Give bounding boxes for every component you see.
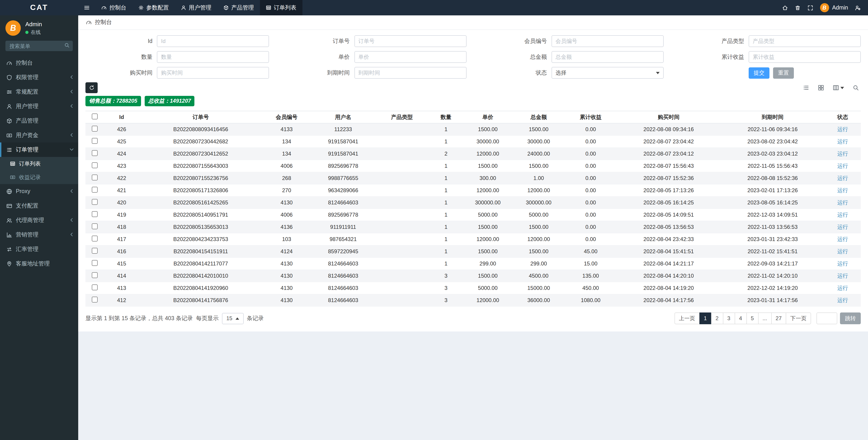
row-checkbox[interactable] [92,272,97,278]
page-ellipsis[interactable]: ... [758,313,772,324]
nav-tab-params-config[interactable]: 参数配置 [132,0,175,16]
card-view-button[interactable] [818,85,824,91]
filter-input-total-income[interactable] [749,51,861,63]
next-page-button[interactable]: 下一页 [786,313,811,324]
page-button-5[interactable]: 5 [746,313,758,324]
avatar: B [5,20,21,36]
table-row: 417B20220804234233753103987654321112000.… [86,233,861,245]
sidebar-search [5,41,73,51]
column-header-2[interactable]: 会员编号 [262,111,311,123]
sidebar-link-proxy[interactable]: Proxy [0,184,78,199]
toggle-view-button[interactable] [803,85,809,91]
sidebar-link-product-mgmt[interactable]: 产品管理 [0,114,78,128]
chevron-left-icon [69,188,74,194]
column-header-0[interactable]: Id [103,111,140,123]
filter-input-id[interactable] [157,35,269,47]
row-checkbox[interactable] [92,224,97,229]
nav-tab-console[interactable]: 控制台 [95,0,132,16]
column-header-4[interactable]: 产品类型 [375,111,429,123]
nav-tab-user-mgmt[interactable]: 用户管理 [175,0,217,16]
page-button-4[interactable]: 4 [735,313,747,324]
status-badge: 运行 [837,297,848,303]
column-header-5[interactable]: 数量 [429,111,463,123]
row-checkbox[interactable] [92,236,97,241]
filter-input-product-type[interactable] [749,35,861,47]
filter-input-buy-time[interactable] [157,67,269,79]
user-icon [6,103,12,109]
column-header-3[interactable]: 用户名 [311,111,375,123]
search-icon [64,43,70,48]
filter-input-order-no[interactable] [354,35,466,47]
page-button-1[interactable]: 1 [699,313,711,324]
sidebar-link-user-funds[interactable]: 用户资金 [0,128,78,142]
row-checkbox[interactable] [92,126,97,131]
filter-input-member-no[interactable] [552,35,664,47]
sidebar-toggle-button[interactable] [78,0,95,16]
row-checkbox[interactable] [92,138,97,144]
sidebar-user-panel[interactable]: B Admin 在线 [0,16,78,40]
menu-search-input[interactable] [5,41,73,51]
page-button-3[interactable]: 3 [723,313,735,324]
sidebar-link-user-mgmt[interactable]: 用户管理 [0,99,78,114]
sidebar-link-service-address-mgmt[interactable]: 客服地址管理 [0,256,78,271]
filter-input-quantity[interactable] [157,51,269,63]
submit-button[interactable]: 提交 [749,67,770,79]
column-header-1[interactable]: 订单号 [140,111,262,123]
sidebar-subitem-order-list[interactable]: 订单列表 [0,157,78,171]
sidebar-item-console: 控制台 [0,56,78,70]
filter-input-total-amount[interactable] [552,51,664,63]
jump-page-input[interactable] [816,313,837,324]
filter-label-order-no: 订单号 [283,37,350,45]
filter-select-status[interactable]: 选择 [552,67,664,79]
sidebar-subitem-income-records[interactable]: 收益记录 [0,171,78,184]
column-header-10[interactable]: 到期时间 [721,111,825,123]
admin-settings-button[interactable] [855,5,861,11]
row-checkbox[interactable] [92,162,97,168]
sidebar-link-console[interactable]: 控制台 [0,56,78,70]
sidebar-link-permission-mgmt[interactable]: 权限管理 [0,70,78,85]
column-header-11[interactable]: 状态 [825,111,861,123]
column-header-9[interactable]: 购买时间 [617,111,721,123]
select-all-checkbox[interactable] [92,114,97,119]
row-checkbox[interactable] [92,260,97,266]
filter-input-unit-price[interactable] [354,51,466,63]
row-checkbox[interactable] [92,199,97,205]
sidebar-link-order-mgmt[interactable]: 订单管理 [0,142,78,157]
row-checkbox[interactable] [92,187,97,193]
breadcrumb[interactable]: 控制台 [78,16,868,30]
page-button-27[interactable]: 27 [771,313,786,324]
nav-tab-order-list[interactable]: 订单列表 [260,0,302,16]
reset-button[interactable]: 重置 [773,67,794,79]
filter-input-expire-time[interactable] [354,67,466,79]
refresh-button[interactable] [86,82,98,93]
sidebar-link-pay-config[interactable]: 支付配置 [0,199,78,213]
sidebar-link-marketing-mgmt[interactable]: 营销管理 [0,228,78,242]
column-header-6[interactable]: 单价 [463,111,513,123]
column-header-8[interactable]: 累计收益 [565,111,617,123]
sidebar-link-general-config[interactable]: 常规配置 [0,85,78,99]
row-checkbox[interactable] [92,211,97,217]
jump-button[interactable]: 跳转 [840,313,861,324]
row-checkbox[interactable] [92,297,97,302]
sidebar-link-rate-mgmt[interactable]: 汇率管理 [0,242,78,256]
sidebar-link-agent-mgmt[interactable]: 代理商管理 [0,213,78,228]
row-checkbox[interactable] [92,285,97,290]
user-menu[interactable]: B Admin [820,3,848,12]
columns-button[interactable] [833,85,844,91]
nav-tab-product-mgmt[interactable]: 产品管理 [217,0,260,16]
clear-cache-button[interactable] [795,5,800,11]
money-icon [10,175,16,180]
row-checkbox[interactable] [92,175,97,180]
row-checkbox[interactable] [92,150,97,156]
column-header-7[interactable]: 总金额 [513,111,565,123]
fullscreen-button[interactable] [807,5,813,11]
per-page-select[interactable]: 15 [222,313,244,324]
prev-page-button[interactable]: 上一页 [674,313,700,324]
table-row: 419B202208051409517914006892569677815000… [86,209,861,221]
home-button[interactable] [782,5,788,11]
search-button[interactable] [852,85,859,91]
status-badge: 运行 [837,187,848,193]
filter-label-total-income: 累计收益 [677,53,744,61]
row-checkbox[interactable] [92,248,97,254]
page-button-2[interactable]: 2 [711,313,723,324]
